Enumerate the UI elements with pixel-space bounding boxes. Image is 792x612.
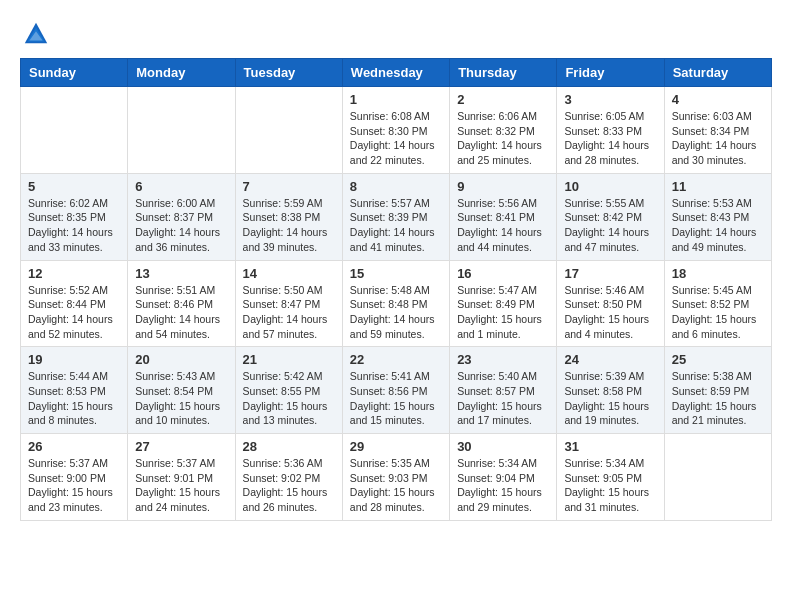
calendar-day-cell: 14Sunrise: 5:50 AM Sunset: 8:47 PM Dayli… (235, 260, 342, 347)
day-number: 25 (672, 352, 764, 367)
calendar-day-cell (21, 87, 128, 174)
calendar-day-cell: 5Sunrise: 6:02 AM Sunset: 8:35 PM Daylig… (21, 173, 128, 260)
day-info: Sunrise: 5:57 AM Sunset: 8:39 PM Dayligh… (350, 196, 442, 255)
day-number: 28 (243, 439, 335, 454)
day-info: Sunrise: 5:56 AM Sunset: 8:41 PM Dayligh… (457, 196, 549, 255)
day-number: 5 (28, 179, 120, 194)
calendar-day-cell (128, 87, 235, 174)
calendar-day-cell (235, 87, 342, 174)
day-info: Sunrise: 5:35 AM Sunset: 9:03 PM Dayligh… (350, 456, 442, 515)
day-of-week-header: Monday (128, 59, 235, 87)
day-number: 7 (243, 179, 335, 194)
calendar-header-row: SundayMondayTuesdayWednesdayThursdayFrid… (21, 59, 772, 87)
calendar-day-cell: 30Sunrise: 5:34 AM Sunset: 9:04 PM Dayli… (450, 434, 557, 521)
calendar-day-cell: 1Sunrise: 6:08 AM Sunset: 8:30 PM Daylig… (342, 87, 449, 174)
day-of-week-header: Tuesday (235, 59, 342, 87)
calendar-day-cell: 27Sunrise: 5:37 AM Sunset: 9:01 PM Dayli… (128, 434, 235, 521)
calendar-table: SundayMondayTuesdayWednesdayThursdayFrid… (20, 58, 772, 521)
day-number: 9 (457, 179, 549, 194)
day-number: 22 (350, 352, 442, 367)
calendar-week-row: 26Sunrise: 5:37 AM Sunset: 9:00 PM Dayli… (21, 434, 772, 521)
day-info: Sunrise: 6:02 AM Sunset: 8:35 PM Dayligh… (28, 196, 120, 255)
day-info: Sunrise: 5:37 AM Sunset: 9:01 PM Dayligh… (135, 456, 227, 515)
calendar-day-cell: 15Sunrise: 5:48 AM Sunset: 8:48 PM Dayli… (342, 260, 449, 347)
calendar-week-row: 5Sunrise: 6:02 AM Sunset: 8:35 PM Daylig… (21, 173, 772, 260)
day-info: Sunrise: 5:38 AM Sunset: 8:59 PM Dayligh… (672, 369, 764, 428)
calendar-day-cell: 11Sunrise: 5:53 AM Sunset: 8:43 PM Dayli… (664, 173, 771, 260)
calendar-day-cell: 17Sunrise: 5:46 AM Sunset: 8:50 PM Dayli… (557, 260, 664, 347)
day-info: Sunrise: 6:06 AM Sunset: 8:32 PM Dayligh… (457, 109, 549, 168)
logo-icon (22, 20, 50, 48)
day-number: 19 (28, 352, 120, 367)
calendar-day-cell: 22Sunrise: 5:41 AM Sunset: 8:56 PM Dayli… (342, 347, 449, 434)
calendar-week-row: 19Sunrise: 5:44 AM Sunset: 8:53 PM Dayli… (21, 347, 772, 434)
day-info: Sunrise: 5:45 AM Sunset: 8:52 PM Dayligh… (672, 283, 764, 342)
day-info: Sunrise: 5:59 AM Sunset: 8:38 PM Dayligh… (243, 196, 335, 255)
day-info: Sunrise: 6:03 AM Sunset: 8:34 PM Dayligh… (672, 109, 764, 168)
day-info: Sunrise: 5:36 AM Sunset: 9:02 PM Dayligh… (243, 456, 335, 515)
calendar-day-cell: 25Sunrise: 5:38 AM Sunset: 8:59 PM Dayli… (664, 347, 771, 434)
calendar-day-cell: 9Sunrise: 5:56 AM Sunset: 8:41 PM Daylig… (450, 173, 557, 260)
calendar-day-cell: 21Sunrise: 5:42 AM Sunset: 8:55 PM Dayli… (235, 347, 342, 434)
day-number: 20 (135, 352, 227, 367)
calendar-day-cell: 4Sunrise: 6:03 AM Sunset: 8:34 PM Daylig… (664, 87, 771, 174)
calendar-day-cell: 3Sunrise: 6:05 AM Sunset: 8:33 PM Daylig… (557, 87, 664, 174)
day-number: 6 (135, 179, 227, 194)
calendar-day-cell (664, 434, 771, 521)
calendar-day-cell: 26Sunrise: 5:37 AM Sunset: 9:00 PM Dayli… (21, 434, 128, 521)
day-info: Sunrise: 6:08 AM Sunset: 8:30 PM Dayligh… (350, 109, 442, 168)
day-of-week-header: Saturday (664, 59, 771, 87)
calendar-day-cell: 31Sunrise: 5:34 AM Sunset: 9:05 PM Dayli… (557, 434, 664, 521)
page-header (20, 20, 772, 48)
day-number: 11 (672, 179, 764, 194)
day-number: 23 (457, 352, 549, 367)
day-of-week-header: Thursday (450, 59, 557, 87)
calendar-day-cell: 8Sunrise: 5:57 AM Sunset: 8:39 PM Daylig… (342, 173, 449, 260)
day-info: Sunrise: 5:52 AM Sunset: 8:44 PM Dayligh… (28, 283, 120, 342)
day-info: Sunrise: 5:41 AM Sunset: 8:56 PM Dayligh… (350, 369, 442, 428)
day-number: 12 (28, 266, 120, 281)
day-info: Sunrise: 5:44 AM Sunset: 8:53 PM Dayligh… (28, 369, 120, 428)
day-info: Sunrise: 5:34 AM Sunset: 9:04 PM Dayligh… (457, 456, 549, 515)
day-info: Sunrise: 5:51 AM Sunset: 8:46 PM Dayligh… (135, 283, 227, 342)
day-info: Sunrise: 5:55 AM Sunset: 8:42 PM Dayligh… (564, 196, 656, 255)
day-info: Sunrise: 5:42 AM Sunset: 8:55 PM Dayligh… (243, 369, 335, 428)
day-number: 18 (672, 266, 764, 281)
calendar-day-cell: 10Sunrise: 5:55 AM Sunset: 8:42 PM Dayli… (557, 173, 664, 260)
day-info: Sunrise: 5:47 AM Sunset: 8:49 PM Dayligh… (457, 283, 549, 342)
calendar-day-cell: 12Sunrise: 5:52 AM Sunset: 8:44 PM Dayli… (21, 260, 128, 347)
day-number: 21 (243, 352, 335, 367)
day-number: 2 (457, 92, 549, 107)
day-number: 15 (350, 266, 442, 281)
calendar-day-cell: 16Sunrise: 5:47 AM Sunset: 8:49 PM Dayli… (450, 260, 557, 347)
day-number: 30 (457, 439, 549, 454)
calendar-day-cell: 7Sunrise: 5:59 AM Sunset: 8:38 PM Daylig… (235, 173, 342, 260)
day-number: 26 (28, 439, 120, 454)
calendar-day-cell: 19Sunrise: 5:44 AM Sunset: 8:53 PM Dayli… (21, 347, 128, 434)
day-of-week-header: Friday (557, 59, 664, 87)
day-info: Sunrise: 5:40 AM Sunset: 8:57 PM Dayligh… (457, 369, 549, 428)
day-number: 13 (135, 266, 227, 281)
day-info: Sunrise: 5:50 AM Sunset: 8:47 PM Dayligh… (243, 283, 335, 342)
day-number: 4 (672, 92, 764, 107)
calendar-day-cell: 28Sunrise: 5:36 AM Sunset: 9:02 PM Dayli… (235, 434, 342, 521)
day-of-week-header: Sunday (21, 59, 128, 87)
day-number: 14 (243, 266, 335, 281)
day-number: 24 (564, 352, 656, 367)
calendar-day-cell: 29Sunrise: 5:35 AM Sunset: 9:03 PM Dayli… (342, 434, 449, 521)
day-number: 1 (350, 92, 442, 107)
calendar-day-cell: 18Sunrise: 5:45 AM Sunset: 8:52 PM Dayli… (664, 260, 771, 347)
calendar-week-row: 12Sunrise: 5:52 AM Sunset: 8:44 PM Dayli… (21, 260, 772, 347)
day-number: 8 (350, 179, 442, 194)
day-info: Sunrise: 5:37 AM Sunset: 9:00 PM Dayligh… (28, 456, 120, 515)
calendar-day-cell: 23Sunrise: 5:40 AM Sunset: 8:57 PM Dayli… (450, 347, 557, 434)
day-info: Sunrise: 5:34 AM Sunset: 9:05 PM Dayligh… (564, 456, 656, 515)
calendar-week-row: 1Sunrise: 6:08 AM Sunset: 8:30 PM Daylig… (21, 87, 772, 174)
day-info: Sunrise: 5:48 AM Sunset: 8:48 PM Dayligh… (350, 283, 442, 342)
day-info: Sunrise: 5:39 AM Sunset: 8:58 PM Dayligh… (564, 369, 656, 428)
day-number: 29 (350, 439, 442, 454)
calendar-day-cell: 6Sunrise: 6:00 AM Sunset: 8:37 PM Daylig… (128, 173, 235, 260)
day-number: 17 (564, 266, 656, 281)
day-number: 27 (135, 439, 227, 454)
day-number: 10 (564, 179, 656, 194)
